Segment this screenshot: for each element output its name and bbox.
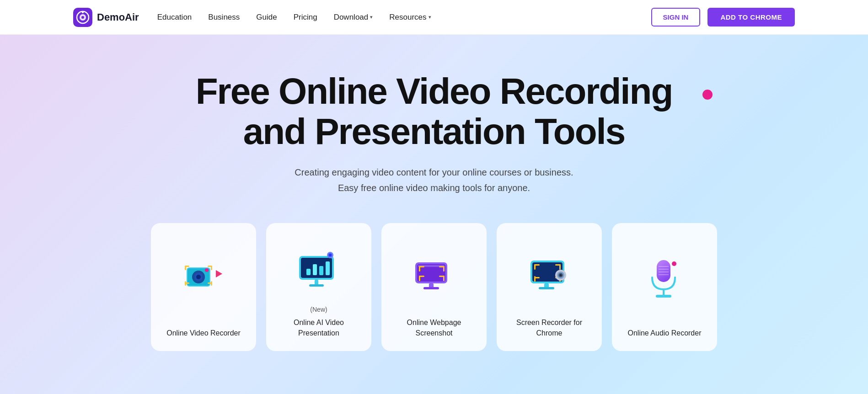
svg-rect-66 [656, 295, 671, 298]
card-label-audio-recorder: Online Audio Recorder [628, 328, 702, 338]
nav-pricing[interactable]: Pricing [294, 13, 317, 22]
card-icon-area-screen [504, 234, 595, 313]
card-audio-recorder[interactable]: Online Audio Recorder [612, 223, 717, 351]
svg-point-9 [196, 275, 201, 279]
card-label-webpage-screenshot: Online Webpage Screenshot [389, 318, 479, 338]
decorative-dot [702, 90, 713, 100]
brand-name: DemoAir [97, 11, 139, 23]
nav-guide[interactable]: Guide [256, 13, 277, 22]
svg-rect-59 [539, 287, 554, 289]
card-icon-area-video [158, 234, 249, 324]
card-label-ai-presentation: Online AI Video Presentation [273, 318, 364, 338]
hero-title: Free Online Video Recording and Presenta… [182, 71, 686, 152]
svg-rect-18 [211, 281, 212, 286]
svg-rect-43 [423, 287, 439, 289]
svg-point-3 [81, 16, 84, 19]
card-label-video-recorder: Online Video Recorder [166, 328, 241, 338]
sign-in-button[interactable]: SIGN IN [651, 8, 701, 27]
card-icon-area-audio [619, 234, 710, 324]
logo-link[interactable]: DemoAir [73, 8, 139, 27]
svg-point-57 [560, 274, 562, 276]
svg-rect-47 [534, 264, 536, 270]
card-icon-area-screenshot [389, 234, 479, 313]
svg-point-10 [205, 268, 209, 272]
svg-point-30 [329, 254, 331, 256]
svg-rect-14 [211, 266, 212, 270]
card-screen-recorder[interactable]: Screen Recorder for Chrome [497, 223, 602, 351]
nav-education[interactable]: Education [157, 13, 192, 22]
feature-cards: Online Video Recorder [0, 223, 868, 351]
hero-section: Free Online Video Recording and Presenta… [0, 35, 868, 394]
svg-rect-12 [185, 266, 186, 270]
card-label-screen-recorder: Screen Recorder for Chrome [504, 318, 595, 338]
nav-resources[interactable]: Resources ▾ [389, 13, 431, 22]
svg-rect-39 [419, 276, 420, 281]
svg-point-67 [672, 261, 676, 266]
card-webpage-screenshot[interactable]: Online Webpage Screenshot [381, 223, 487, 351]
svg-rect-60 [657, 260, 670, 282]
nav-actions: SIGN IN ADD TO CHROME [651, 8, 795, 27]
video-recorder-icon [178, 254, 229, 304]
svg-rect-27 [309, 284, 324, 287]
audio-recorder-icon [639, 254, 690, 304]
screen-recorder-icon [524, 249, 574, 299]
svg-marker-19 [216, 270, 222, 277]
svg-rect-22 [306, 269, 311, 275]
ai-presentation-icon [294, 245, 344, 295]
svg-rect-25 [326, 261, 330, 275]
download-chevron-icon: ▾ [370, 14, 373, 20]
card-icon-area-ai [273, 234, 364, 306]
svg-rect-51 [534, 276, 536, 282]
svg-rect-24 [319, 266, 323, 275]
add-to-chrome-button[interactable]: ADD TO CHROME [707, 8, 795, 27]
svg-rect-37 [443, 266, 445, 272]
card-ai-presentation[interactable]: (New) Online AI Video Presentation [266, 223, 371, 351]
svg-rect-49 [559, 264, 561, 270]
svg-rect-23 [313, 264, 317, 275]
card-video-recorder[interactable]: Online Video Recorder [151, 223, 256, 351]
hero-subtitle: Creating engaging video content for your… [0, 165, 868, 196]
nav-links: Education Business Guide Pricing Downloa… [157, 13, 651, 22]
svg-rect-16 [185, 281, 186, 286]
logo-icon [73, 8, 92, 27]
svg-rect-35 [419, 266, 420, 272]
svg-point-4 [82, 11, 84, 13]
nav-download[interactable]: Download ▾ [334, 13, 373, 22]
card-new-badge-ai: (New) [310, 306, 327, 313]
navbar: DemoAir Education Business Guide Pricing… [0, 0, 868, 35]
nav-business[interactable]: Business [208, 13, 240, 22]
svg-rect-41 [443, 276, 445, 281]
resources-chevron-icon: ▾ [429, 14, 431, 20]
screenshot-icon [409, 249, 459, 299]
